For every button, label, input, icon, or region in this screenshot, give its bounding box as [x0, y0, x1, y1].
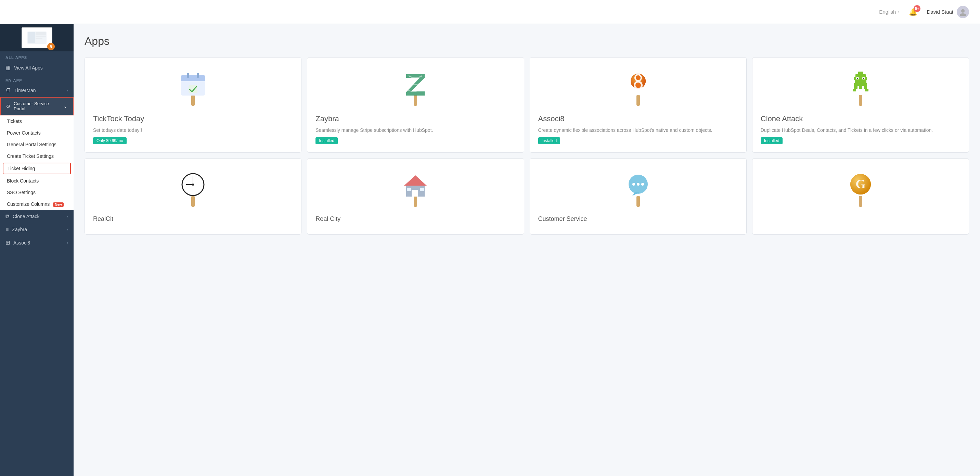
- svg-marker-45: [404, 175, 427, 185]
- user-name: David Staat: [927, 9, 953, 15]
- svg-rect-11: [187, 73, 189, 78]
- svg-rect-14: [414, 95, 417, 106]
- app-card-clock[interactable]: RealCit: [84, 158, 301, 235]
- svg-point-52: [637, 183, 640, 185]
- topbar: English › 🔔 5+ David Staat: [0, 0, 980, 24]
- svg-rect-5: [36, 36, 46, 37]
- dropdown-general-portal[interactable]: General Portal Settings: [0, 139, 73, 150]
- app-card-chat[interactable]: Customer Service: [530, 158, 747, 235]
- sidebar-preview: 8: [0, 24, 73, 51]
- svg-rect-32: [854, 83, 867, 86]
- svg-text:G: G: [856, 177, 866, 191]
- sidebar: 8 ALL APPS ▦ View All Apps MY APP ⏱ Time…: [0, 24, 73, 476]
- dropdown-power-contacts[interactable]: Power Contacts: [0, 127, 73, 139]
- portal-icon: ⊙: [6, 104, 10, 109]
- dropdown-block-contacts[interactable]: Block Contacts: [0, 175, 73, 187]
- svg-rect-31: [855, 80, 866, 83]
- svg-rect-25: [856, 74, 866, 77]
- dropdown-ticket-hiding[interactable]: Ticket Hiding: [3, 163, 71, 174]
- chat-card-icon: [538, 168, 738, 209]
- svg-rect-6: [36, 38, 43, 39]
- language-chevron: ›: [898, 10, 899, 14]
- app-card-associ8[interactable]: Associ8 Create dynamic flexible associat…: [530, 57, 747, 153]
- svg-rect-37: [865, 89, 869, 91]
- language-label: English: [879, 9, 896, 15]
- svg-rect-3: [28, 32, 35, 43]
- preview-badge: 8: [47, 43, 55, 50]
- zaybra-card-icon: [315, 67, 515, 108]
- svg-rect-34: [859, 86, 862, 89]
- svg-rect-35: [864, 86, 867, 89]
- ticktock-name: TickTock Today: [93, 114, 293, 123]
- clone-badge: Installed: [760, 137, 783, 144]
- dropdown-sso-settings[interactable]: SSO Settings: [0, 187, 73, 198]
- view-all-apps-label: View All Apps: [14, 65, 68, 70]
- sidebar-item-clone-attack[interactable]: ⧉ Clone Attack ›: [0, 210, 73, 223]
- sidebar-item-timerman[interactable]: ⏱ TimerMan ›: [0, 84, 73, 97]
- svg-point-0: [961, 9, 965, 13]
- svg-rect-43: [414, 196, 417, 207]
- dropdown-customize-columns[interactable]: Customize Columns New: [0, 198, 73, 210]
- svg-rect-36: [853, 89, 856, 91]
- sidebar-item-view-all-apps[interactable]: ▦ View All Apps: [0, 61, 73, 74]
- customer-service-label: Customer Service Portal: [14, 101, 60, 111]
- timerman-label: TimerMan: [14, 88, 63, 93]
- svg-rect-30: [863, 78, 864, 79]
- svg-point-1: [960, 13, 966, 16]
- svg-rect-15: [636, 95, 640, 106]
- svg-rect-38: [191, 196, 195, 207]
- new-badge: New: [53, 202, 64, 207]
- user-menu[interactable]: David Staat: [927, 6, 969, 18]
- user-avatar: [957, 6, 969, 18]
- zaybra-badge: Installed: [315, 137, 338, 144]
- app-card-clone-attack[interactable]: Clone Attack Duplicate HubSpot Deals, Co…: [752, 57, 969, 153]
- svg-point-53: [641, 183, 644, 185]
- zaybra-icon: ≡: [5, 226, 8, 233]
- app-card-ticktock[interactable]: TickTock Today Set todays date today!! O…: [84, 57, 301, 153]
- ticktock-badge: Only $9.99/mo: [93, 137, 127, 144]
- zaybra-card-desc: Seamlessly manage Stripe subscriptions w…: [315, 127, 515, 134]
- svg-rect-49: [636, 196, 640, 207]
- timerman-chevron: ›: [67, 88, 68, 93]
- sidebar-item-customer-service[interactable]: ⊙ Customer Service Portal ⌄: [0, 97, 73, 115]
- clone-attack-label: Clone Attack: [13, 214, 63, 219]
- svg-rect-55: [859, 196, 862, 207]
- ticktock-icon: [93, 67, 293, 108]
- associ8-card-name: Associ8: [538, 114, 738, 123]
- app-card-zaybra[interactable]: Zaybra Seamlessly manage Stripe subscrip…: [307, 57, 524, 153]
- clone-icon: ⧉: [5, 213, 9, 219]
- clone-card-name: Clone Attack: [760, 114, 961, 123]
- associ8-card-icon: [538, 67, 738, 108]
- customer-service-dropdown: Tickets Power Contacts General Portal Se…: [0, 115, 73, 210]
- svg-rect-29: [857, 78, 858, 79]
- svg-rect-24: [858, 72, 863, 74]
- sidebar-item-associ8[interactable]: ⊞ Associ8 ›: [0, 236, 73, 249]
- associ8-label: Associ8: [13, 240, 63, 246]
- app-card-house[interactable]: Real City: [307, 158, 524, 235]
- zaybra-chevron: ›: [67, 227, 68, 232]
- associ8-badge: Installed: [538, 137, 560, 144]
- svg-rect-10: [181, 78, 205, 81]
- associ8-card-desc: Create dynamic flexible associations acr…: [538, 127, 738, 134]
- notifications-button[interactable]: 🔔 5+: [907, 6, 918, 18]
- svg-rect-26: [854, 77, 867, 80]
- zaybra-card-name: Zaybra: [315, 114, 515, 123]
- customer-chevron: ⌄: [63, 104, 67, 109]
- clone-card-desc: Duplicate HubSpot Deals, Contacts, and T…: [760, 127, 961, 134]
- svg-rect-48: [420, 188, 424, 191]
- dropdown-tickets[interactable]: Tickets: [0, 115, 73, 127]
- ticktock-desc: Set todays date today!!: [93, 127, 293, 134]
- svg-rect-33: [854, 86, 858, 89]
- section-my-app: MY APP: [0, 74, 73, 84]
- page-title: Apps: [84, 35, 969, 48]
- timer-icon: ⏱: [5, 87, 11, 94]
- svg-rect-47: [407, 188, 411, 191]
- app-card-lollipop[interactable]: G: [752, 158, 969, 235]
- language-selector[interactable]: English ›: [879, 9, 899, 15]
- sidebar-item-zaybra[interactable]: ≡ Zaybra ›: [0, 223, 73, 236]
- associ8-chevron: ›: [67, 240, 68, 245]
- apps-grid: TickTock Today Set todays date today!! O…: [84, 57, 969, 235]
- clock-card-icon: [93, 168, 293, 209]
- dropdown-create-ticket[interactable]: Create Ticket Settings: [0, 150, 73, 162]
- house-card-icon: [315, 168, 515, 209]
